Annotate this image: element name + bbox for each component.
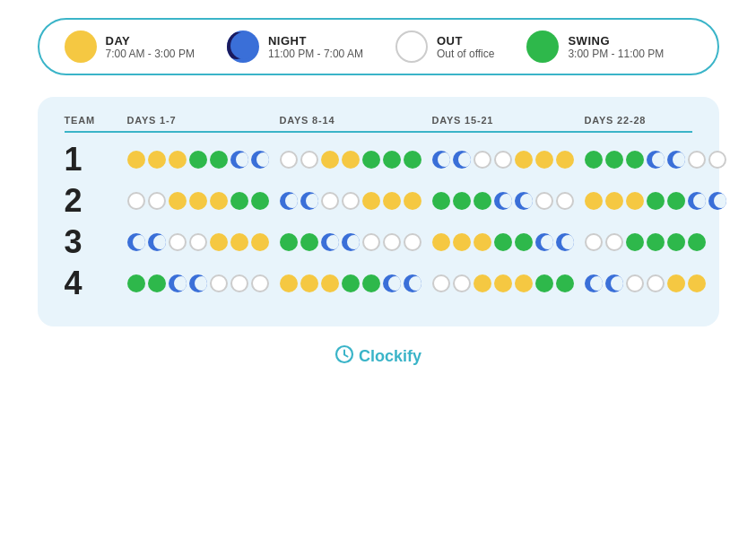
cell-row4-days15-21 bbox=[432, 274, 585, 292]
dot-out bbox=[453, 274, 471, 292]
dot-out bbox=[605, 233, 623, 251]
dot-out bbox=[321, 192, 339, 210]
dot-night bbox=[494, 192, 512, 210]
dot-out bbox=[300, 151, 318, 169]
dot-night bbox=[251, 151, 269, 169]
dot-green bbox=[667, 233, 685, 251]
dot-out bbox=[404, 233, 421, 251]
dot-out bbox=[342, 192, 360, 210]
dot-green bbox=[362, 274, 380, 292]
dot-out bbox=[362, 233, 380, 251]
dot-yellow bbox=[535, 151, 553, 169]
dot-out bbox=[230, 274, 248, 292]
header-divider bbox=[65, 131, 692, 133]
dot-yellow bbox=[432, 233, 450, 251]
dot-green bbox=[300, 233, 318, 251]
dot-out bbox=[169, 233, 187, 251]
day-icon bbox=[65, 30, 97, 63]
dot-night bbox=[708, 192, 726, 210]
dot-night bbox=[404, 274, 421, 292]
cell-row1-days22-28 bbox=[585, 151, 737, 169]
dot-yellow bbox=[515, 151, 533, 169]
swing-time-label: 3:00 PM - 11:00 PM bbox=[568, 48, 664, 60]
cell-row4-days1-7 bbox=[127, 274, 280, 292]
team-number: 3 bbox=[65, 226, 127, 258]
dot-out bbox=[535, 192, 553, 210]
brand-name: Clockify bbox=[359, 347, 421, 366]
dot-out bbox=[647, 274, 665, 292]
dot-green bbox=[432, 192, 450, 210]
dot-green bbox=[647, 192, 665, 210]
cell-row4-days8-14 bbox=[280, 274, 432, 292]
cell-row2-days15-21 bbox=[432, 192, 585, 210]
dot-out bbox=[474, 151, 491, 169]
dot-out bbox=[585, 233, 603, 251]
col-days-22-28: DAYS 22-28 bbox=[585, 115, 737, 126]
dot-yellow bbox=[189, 192, 207, 210]
dot-green bbox=[688, 233, 706, 251]
dot-green bbox=[453, 192, 471, 210]
dot-night bbox=[383, 274, 401, 292]
dot-out bbox=[556, 192, 574, 210]
dot-green bbox=[535, 274, 553, 292]
dot-yellow bbox=[688, 274, 706, 292]
dot-yellow bbox=[474, 233, 491, 251]
cell-row1-days1-7 bbox=[127, 151, 280, 169]
dot-yellow bbox=[404, 192, 421, 210]
dot-green bbox=[404, 151, 421, 169]
dot-green bbox=[556, 274, 574, 292]
dot-green bbox=[127, 274, 145, 292]
cell-row1-days8-14 bbox=[280, 151, 432, 169]
dot-night bbox=[585, 274, 603, 292]
dot-yellow bbox=[667, 274, 685, 292]
swing-icon bbox=[526, 30, 559, 63]
dot-night bbox=[647, 151, 665, 169]
dot-yellow bbox=[321, 151, 339, 169]
team-number: 2 bbox=[65, 185, 127, 217]
dot-green bbox=[362, 151, 380, 169]
col-days-15-21: DAYS 15-21 bbox=[432, 115, 585, 126]
dot-night bbox=[189, 274, 207, 292]
dot-out bbox=[127, 192, 145, 210]
out-icon bbox=[395, 30, 428, 63]
dot-night bbox=[148, 233, 166, 251]
dot-out bbox=[626, 274, 644, 292]
dot-green bbox=[605, 151, 623, 169]
dot-yellow bbox=[210, 192, 228, 210]
dot-yellow bbox=[605, 192, 623, 210]
col-days-8-14: DAYS 8-14 bbox=[280, 115, 432, 126]
table-row: 3 bbox=[65, 226, 692, 258]
dot-yellow bbox=[169, 151, 187, 169]
dot-night bbox=[280, 192, 298, 210]
dot-yellow bbox=[494, 274, 512, 292]
dot-night bbox=[556, 233, 574, 251]
dot-yellow bbox=[321, 274, 339, 292]
dot-green bbox=[342, 274, 360, 292]
dot-night bbox=[342, 233, 360, 251]
night-icon bbox=[227, 30, 259, 63]
dot-green bbox=[494, 233, 512, 251]
legend-item-swing: SWING 3:00 PM - 11:00 PM bbox=[526, 30, 664, 63]
dot-yellow bbox=[585, 192, 603, 210]
cell-row2-days22-28 bbox=[585, 192, 737, 210]
dot-yellow bbox=[280, 274, 298, 292]
dot-night bbox=[432, 151, 450, 169]
dot-green bbox=[210, 151, 228, 169]
dot-out bbox=[148, 192, 166, 210]
out-time-label: Out of office bbox=[437, 48, 494, 60]
dot-green bbox=[585, 151, 603, 169]
clockify-logo: Clockify bbox=[335, 344, 421, 369]
swing-type-label: SWING bbox=[568, 34, 664, 48]
dot-out bbox=[210, 274, 228, 292]
night-type-label: NIGHT bbox=[268, 34, 363, 48]
dot-out bbox=[251, 274, 269, 292]
dot-yellow bbox=[300, 274, 318, 292]
dot-yellow bbox=[626, 192, 644, 210]
team-number: 4 bbox=[65, 267, 127, 300]
dot-yellow bbox=[515, 274, 533, 292]
out-type-label: OUT bbox=[437, 34, 494, 48]
dot-green bbox=[251, 192, 269, 210]
cell-row1-days15-21 bbox=[432, 151, 585, 169]
legend-bar: DAY 7:00 AM - 3:00 PM NIGHT 11:00 PM - 7… bbox=[38, 18, 719, 75]
dot-out bbox=[189, 233, 207, 251]
